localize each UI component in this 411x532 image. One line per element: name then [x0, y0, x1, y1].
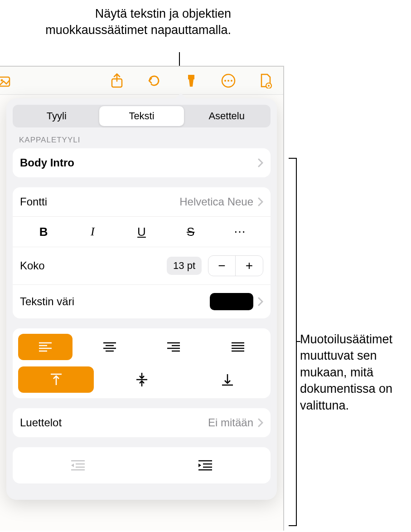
- tab-style[interactable]: Tyyli: [14, 106, 99, 126]
- paragraph-style-value: Body Intro: [20, 156, 74, 169]
- text-color-label: Tekstin väri: [20, 295, 74, 308]
- align-justify-button[interactable]: [211, 334, 265, 360]
- align-center-button[interactable]: [82, 334, 137, 360]
- callout-top-text: Näytä tekstin ja objektien muokkaussääti…: [41, 5, 231, 39]
- paragraph-style-row[interactable]: Body Intro: [13, 148, 271, 177]
- text-style-row: B I U S ⋯: [13, 217, 271, 247]
- callout-right-text: Muotoilusäätimet muuttuvat sen mukaan, m…: [300, 331, 406, 414]
- size-decrease-button[interactable]: −: [208, 256, 236, 276]
- font-label: Fontti: [20, 195, 47, 208]
- svg-point-8: [268, 85, 270, 87]
- underline-button[interactable]: U: [117, 221, 166, 242]
- text-color-row[interactable]: Tekstin väri: [13, 285, 271, 318]
- callout-right-bracket: [289, 158, 297, 526]
- valign-top-button[interactable]: [18, 366, 94, 393]
- lists-row[interactable]: Luettelot Ei mitään: [13, 408, 271, 437]
- svg-point-5: [227, 80, 229, 82]
- bold-button[interactable]: B: [19, 221, 68, 242]
- format-tabs: Tyyli Teksti Asettelu: [13, 105, 271, 127]
- outdent-button[interactable]: [19, 454, 137, 477]
- size-increase-button[interactable]: +: [236, 256, 263, 276]
- font-card: Fontti Helvetica Neue B I U S ⋯ Koko 13 …: [13, 187, 271, 318]
- chevron-right-icon: [258, 158, 263, 167]
- italic-button[interactable]: I: [68, 221, 117, 242]
- undo-icon[interactable]: [146, 73, 162, 88]
- size-stepper: − +: [208, 255, 263, 276]
- strikethrough-button[interactable]: S: [166, 221, 215, 242]
- more-icon[interactable]: [221, 73, 236, 88]
- valign-bottom-button[interactable]: [189, 366, 265, 393]
- tab-layout[interactable]: Asettelu: [184, 106, 269, 126]
- chevron-right-icon: [258, 297, 263, 306]
- lists-card: Luettelot Ei mitään: [13, 408, 271, 437]
- align-right-button[interactable]: [147, 334, 201, 360]
- svg-point-6: [231, 80, 232, 82]
- indent-card: [13, 447, 271, 483]
- device-frame: Tyyli Teksti Asettelu KAPPALETYYLI Body …: [0, 66, 284, 531]
- align-left-button[interactable]: [18, 334, 73, 360]
- valign-middle-button[interactable]: [104, 366, 179, 393]
- size-row: Koko 13 pt − +: [13, 247, 271, 285]
- document-icon[interactable]: [258, 73, 273, 88]
- callout-right-stem: [297, 341, 300, 342]
- app-toolbar: [0, 67, 283, 95]
- font-row[interactable]: Fontti Helvetica Neue: [13, 187, 271, 217]
- paragraph-style-header: KAPPALETYYLI: [19, 136, 271, 145]
- lists-value: Ei mitään: [208, 416, 253, 429]
- size-label: Koko: [20, 259, 45, 272]
- format-popover: Tyyli Teksti Asettelu KAPPALETYYLI Body …: [6, 98, 277, 500]
- format-brush-icon[interactable]: [184, 73, 199, 88]
- paragraph-style-card: Body Intro: [13, 148, 271, 177]
- lists-label: Luettelot: [20, 416, 62, 429]
- text-color-swatch: [210, 293, 253, 310]
- svg-point-1: [1, 79, 3, 81]
- more-text-options-button[interactable]: ⋯: [215, 221, 264, 242]
- chevron-right-icon: [258, 197, 263, 206]
- font-value: Helvetica Neue: [179, 195, 253, 208]
- share-icon[interactable]: [109, 73, 125, 88]
- indent-button[interactable]: [147, 454, 265, 477]
- tab-text[interactable]: Teksti: [99, 106, 184, 126]
- chevron-right-icon: [258, 418, 263, 427]
- alignment-card: [13, 328, 271, 398]
- size-value[interactable]: 13 pt: [167, 257, 202, 275]
- media-icon[interactable]: [0, 73, 14, 88]
- svg-point-4: [224, 80, 226, 82]
